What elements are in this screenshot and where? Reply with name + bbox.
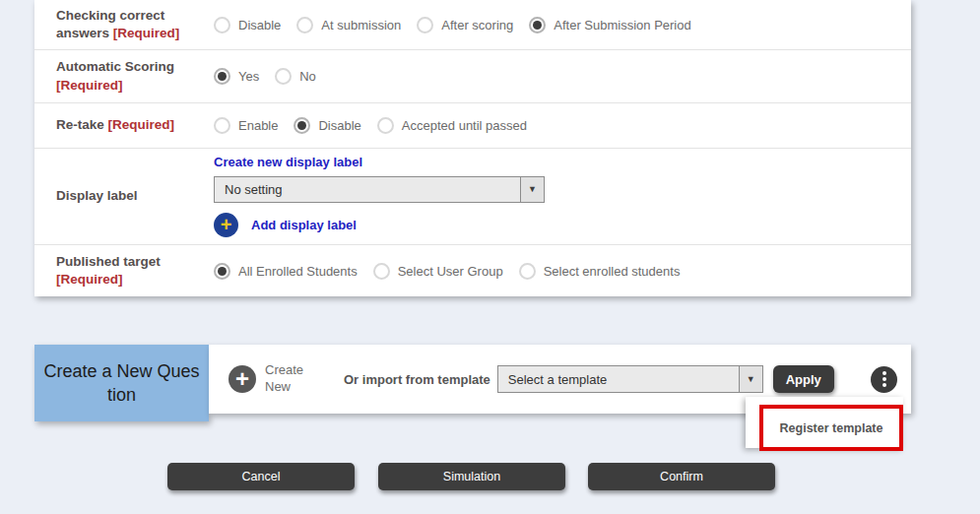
radio-option-yes[interactable]: Yes — [214, 68, 259, 85]
row-retake: Re-take [Required] Enable Disable Accept… — [34, 103, 911, 149]
add-display-label-text: Add display label — [251, 218, 357, 232]
radio-label: Yes — [238, 69, 259, 84]
chevron-down-icon[interactable]: ▼ — [739, 366, 762, 392]
radio-icon-selected[interactable] — [529, 17, 546, 33]
row-label: Checking correct answers [Required] — [34, 7, 214, 42]
radio-option-enable[interactable]: Enable — [214, 117, 278, 134]
radio-label: Accepted until passed — [402, 118, 527, 133]
cancel-button[interactable]: Cancel — [167, 463, 355, 490]
radio-group-checking: Disable At submission After scoring Afte… — [214, 17, 911, 33]
label-text: Published target — [56, 254, 161, 269]
radio-label: Select enrolled students — [544, 264, 681, 279]
create-new-plus-icon[interactable]: + — [229, 365, 256, 393]
radio-option-after-submission-period[interactable]: After Submission Period — [529, 17, 690, 33]
radio-icon[interactable] — [296, 17, 313, 33]
display-label-controls: Create new display label No setting ▼ + … — [214, 144, 911, 250]
radio-icon[interactable] — [377, 117, 394, 134]
radio-label: Disable — [238, 18, 281, 32]
radio-option-all-enrolled[interactable]: All Enrolled Students — [214, 263, 358, 280]
settings-form-panel: Checking correct answers [Required] Disa… — [34, 0, 911, 296]
simulation-button[interactable]: Simulation — [378, 463, 565, 490]
display-label-select[interactable]: No setting ▼ — [214, 176, 545, 203]
chevron-down-icon[interactable]: ▼ — [520, 177, 544, 202]
section-title: Create a New Question — [34, 345, 209, 421]
register-template-menu-item[interactable]: Register template — [759, 405, 903, 451]
radio-option-after-scoring[interactable]: After scoring — [417, 17, 513, 33]
register-template-label: Register template — [780, 421, 883, 435]
radio-option-select-user-group[interactable]: Select User Group — [373, 263, 503, 280]
radio-icon-selected[interactable] — [214, 263, 230, 280]
radio-option-disable[interactable]: Disable — [214, 17, 281, 33]
radio-group-retake: Enable Disable Accepted until passed — [214, 117, 911, 134]
radio-label: After scoring — [441, 18, 513, 32]
plus-icon[interactable]: + — [214, 213, 238, 237]
radio-icon[interactable] — [275, 68, 292, 85]
template-select-value: Select a template — [498, 372, 739, 387]
required-tag: [Required] — [56, 78, 123, 93]
required-tag: [Required] — [113, 26, 180, 40]
radio-option-select-enrolled-students[interactable]: Select enrolled students — [519, 263, 681, 280]
row-checking-correct-answers: Checking correct answers [Required] Disa… — [34, 0, 911, 50]
radio-label: Disable — [318, 118, 360, 133]
label-text: Re-take — [56, 117, 104, 132]
apply-button[interactable]: Apply — [773, 365, 834, 393]
confirm-button[interactable]: Confirm — [588, 463, 775, 490]
radio-icon[interactable] — [373, 263, 390, 280]
radio-label: At submission — [321, 18, 401, 32]
radio-group-published-target: All Enrolled Students Select User Group … — [214, 263, 911, 280]
quiz-settings-page: Checking correct answers [Required] Disa… — [0, 0, 980, 514]
import-from-template-label: Or import from template — [344, 372, 490, 387]
radio-label: After Submission Period — [554, 18, 690, 32]
radio-label: Select User Group — [398, 264, 503, 279]
radio-option-no[interactable]: No — [275, 68, 316, 85]
radio-icon[interactable] — [519, 263, 536, 280]
row-automatic-scoring: Automatic Scoring [Required] Yes No — [34, 50, 911, 103]
create-new-display-label-link[interactable]: Create new display label — [214, 155, 362, 169]
radio-group-scoring: Yes No — [214, 68, 911, 85]
radio-option-accepted-until-passed[interactable]: Accepted until passed — [377, 117, 527, 134]
add-display-label-button[interactable]: + Add display label — [214, 213, 357, 237]
label-text: Display label — [56, 188, 138, 203]
template-select[interactable]: Select a template ▼ — [497, 365, 763, 393]
radio-icon-selected[interactable] — [294, 117, 310, 134]
row-published-target: Published target [Required] All Enrolled… — [34, 245, 911, 296]
radio-label: All Enrolled Students — [238, 264, 358, 279]
row-display-label: Display label Create new display label N… — [34, 149, 911, 245]
radio-icon[interactable] — [417, 17, 433, 33]
radio-option-at-submission[interactable]: At submission — [296, 17, 401, 33]
row-label: Re-take [Required] — [34, 116, 214, 134]
display-label-select-value: No setting — [215, 182, 520, 197]
radio-option-disable[interactable]: Disable — [294, 117, 360, 134]
radio-icon[interactable] — [214, 117, 230, 134]
kebab-menu-icon[interactable] — [871, 366, 897, 393]
radio-icon-selected[interactable] — [214, 68, 230, 85]
radio-label: Enable — [238, 118, 278, 133]
row-label: Display label — [34, 187, 214, 205]
create-new-button[interactable]: Create New — [265, 362, 318, 396]
required-tag: [Required] — [56, 272, 123, 287]
row-label: Published target [Required] — [34, 253, 214, 289]
row-label: Automatic Scoring [Required] — [34, 58, 214, 94]
radio-icon[interactable] — [214, 17, 230, 33]
label-text: Automatic Scoring — [56, 59, 174, 74]
radio-label: No — [299, 69, 316, 84]
required-tag: [Required] — [108, 117, 175, 132]
